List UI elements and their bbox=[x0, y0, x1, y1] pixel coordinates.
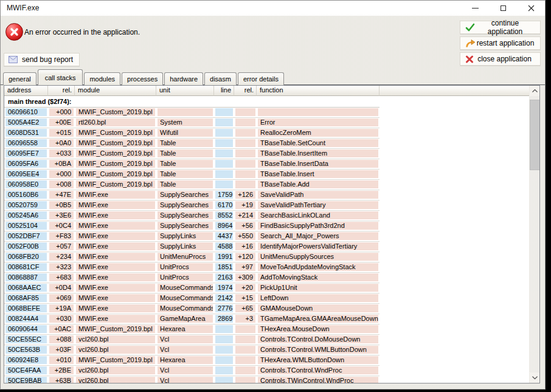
table-row[interactable]: 5005A4E2 +00E rtl260.bpl System Error bbox=[4, 118, 379, 128]
cell-line: 4588 bbox=[215, 242, 233, 250]
column-header-module[interactable]: module bbox=[75, 86, 156, 96]
send-bug-report-label: send bug report bbox=[22, 55, 73, 64]
tab-label: hardware bbox=[170, 75, 198, 83]
tab-bar: general call stacks modules processes bbox=[3, 72, 285, 85]
cell-unit: Table bbox=[158, 170, 213, 178]
tab-label: modules bbox=[89, 75, 115, 83]
maximize-button[interactable] bbox=[489, 1, 517, 16]
table-row[interactable]: 0052F00B +057 MWIF.exe SupplyLinks 4588 … bbox=[4, 242, 379, 252]
table-row[interactable]: 060958E0 +008 MWIF_Custom_2019.bpl Table… bbox=[4, 180, 379, 190]
table-row[interactable]: 060924E8 +010 MWIF_Custom_2019.bpl Hexar… bbox=[4, 356, 379, 366]
cell-function: MoveToAndUpdateMovingStack bbox=[258, 263, 378, 271]
cell-rel2: +15 bbox=[235, 294, 255, 302]
cell-line: 6170 bbox=[215, 201, 233, 209]
close-window-button[interactable] bbox=[517, 1, 545, 16]
table-row[interactable]: 008244A4 +030 MWIF.exe GameMapArea 2869 … bbox=[4, 314, 379, 325]
table-row[interactable]: 50CE9BAB +63B vcl260.bpl Vcl Controls.TW… bbox=[4, 376, 379, 383]
send-bug-report-button[interactable]: send bug report bbox=[4, 53, 80, 66]
cell-address: 0068AF85 bbox=[5, 294, 47, 302]
cell-unit: Hexarea bbox=[158, 325, 213, 333]
cell-module: MWIF.exe bbox=[76, 273, 155, 281]
cell-rel2 bbox=[235, 119, 255, 126]
table-row[interactable]: 0068AAEC +0D4 MWIF.exe MouseCommands 197… bbox=[4, 283, 379, 294]
cell-address: 00520759 bbox=[5, 201, 47, 209]
table-row[interactable]: 06096610 +000 MWIF_Custom_2019.bpl bbox=[4, 108, 379, 118]
table-row[interactable]: 00520759 +0B5 MWIF.exe SupplySearches 61… bbox=[4, 201, 379, 211]
continue-application-button[interactable]: continue application bbox=[460, 21, 541, 34]
cell-unit: MouseCommands bbox=[158, 294, 213, 302]
cell-rel: +47E bbox=[49, 191, 74, 199]
tab[interactable]: disasm bbox=[204, 72, 237, 85]
cell-address: 06095FA6 bbox=[5, 160, 47, 168]
cell-rel2 bbox=[235, 139, 255, 147]
column-header-address[interactable]: address bbox=[4, 86, 48, 96]
cell-line: 1759 bbox=[215, 191, 233, 199]
cell-rel: +19A bbox=[49, 304, 74, 312]
cell-address: 50CE4FAA bbox=[5, 366, 47, 374]
cell-unit: GameMapArea bbox=[158, 315, 213, 323]
table-row[interactable]: 06095EE4 +000 MWIF_Custom_2019.bpl Table… bbox=[4, 170, 379, 180]
close-application-button[interactable]: close application bbox=[460, 52, 541, 66]
cell-rel: +63B bbox=[49, 377, 74, 383]
table-row[interactable]: 06095FE7 +033 MWIF_Custom_2019.bpl Table… bbox=[4, 149, 379, 159]
cell-module: MWIF_Custom_2019.bpl bbox=[76, 325, 155, 333]
cell-address: 50CE9BAB bbox=[5, 377, 47, 383]
tab[interactable]: processes bbox=[122, 72, 163, 85]
check-icon bbox=[465, 23, 475, 32]
cell-rel: +010 bbox=[49, 356, 74, 364]
table-row[interactable]: 0608D531 +015 MWIF_Custom_2019.bpl Wifut… bbox=[4, 128, 379, 139]
cell-address: 0052F00B bbox=[5, 242, 47, 250]
cell-rel: +3E6 bbox=[49, 211, 74, 219]
table-row[interactable]: 50CE55EC +088 vcl260.bpl Vcl Controls.TC… bbox=[4, 335, 379, 345]
vertical-scrollbar[interactable] bbox=[529, 86, 539, 383]
table-row[interactable]: 0068AF85 +069 MWIF.exe MouseCommands 214… bbox=[4, 294, 379, 304]
cell-unit: SupplyLinks bbox=[158, 232, 213, 240]
table-row[interactable]: 00525104 +0C4 MWIF.exe SupplySearches 89… bbox=[4, 221, 379, 232]
table-row[interactable]: 50CE4FAA +2BE vcl260.bpl Vcl Controls.TC… bbox=[4, 366, 379, 376]
column-header-function[interactable]: function bbox=[257, 86, 379, 96]
table-row[interactable]: 06096558 +0A0 MWIF_Custom_2019.bpl Table… bbox=[4, 139, 379, 149]
column-header-unit[interactable]: unit bbox=[156, 86, 214, 96]
scroll-down-button[interactable] bbox=[530, 373, 540, 383]
cell-module: MWIF_Custom_2019.bpl bbox=[76, 160, 155, 168]
grid-header-row: address rel. module unit line rel. funct… bbox=[4, 86, 539, 96]
call-stack-grid: address rel. module unit line rel. funct… bbox=[4, 85, 540, 383]
column-header-rel[interactable]: rel. bbox=[48, 86, 75, 96]
scroll-up-button[interactable] bbox=[530, 86, 540, 96]
cell-module: vcl260.bpl bbox=[76, 346, 155, 354]
tab[interactable]: modules bbox=[84, 72, 120, 85]
cell-address: 0068AAEC bbox=[5, 284, 47, 292]
cell-rel2: +309 bbox=[235, 273, 255, 281]
tab[interactable]: call stacks bbox=[38, 69, 83, 85]
scrollbar-thumb[interactable] bbox=[530, 100, 540, 170]
table-row[interactable]: 005160B6 +47E MWIF.exe SupplySearches 17… bbox=[4, 190, 379, 201]
restart-application-button[interactable]: restart application bbox=[460, 36, 541, 50]
table-row[interactable]: 06090644 +0AC MWIF_Custom_2019.bpl Hexar… bbox=[4, 325, 379, 335]
table-row[interactable]: 0068BEFE +19A MWIF.exe MouseCommands 277… bbox=[4, 304, 379, 314]
error-x-glyph bbox=[10, 27, 19, 36]
column-header-rel2[interactable]: rel. bbox=[234, 86, 257, 96]
table-row[interactable]: 06095FA6 +0BA MWIF_Custom_2019.bpl Table… bbox=[4, 159, 379, 170]
column-header-line[interactable]: line bbox=[214, 86, 234, 96]
titlebar: MWIF.exe bbox=[1, 1, 545, 16]
tab[interactable]: general bbox=[3, 72, 36, 85]
cell-rel: +0A0 bbox=[49, 139, 74, 147]
table-row[interactable]: 0068FB20 +234 MWIF.exe UnitMenuProcs 199… bbox=[4, 252, 379, 263]
cell-rel2: +126 bbox=[235, 191, 255, 199]
tab[interactable]: hardware bbox=[164, 72, 203, 85]
cell-function: ReallocZeroMem bbox=[258, 129, 378, 137]
cell-module: vcl260.bpl bbox=[76, 377, 155, 383]
minimize-icon bbox=[472, 8, 479, 9]
cell-rel: +069 bbox=[49, 294, 74, 302]
table-row[interactable]: 005245A6 +3E6 MWIF.exe SupplySearches 85… bbox=[4, 211, 379, 221]
cell-rel: +0B5 bbox=[49, 201, 74, 209]
table-row[interactable]: 50CE563B +03F vcl260.bpl Vcl Controls.TC… bbox=[4, 345, 379, 356]
table-row[interactable]: 0052DBF7 +F83 MWIF.exe SupplyLinks 4437 … bbox=[4, 232, 379, 242]
cell-module: vcl260.bpl bbox=[76, 335, 155, 343]
close-icon bbox=[528, 5, 535, 12]
tab[interactable]: error details bbox=[238, 72, 284, 85]
cell-rel: +0D4 bbox=[49, 284, 74, 292]
minimize-button[interactable] bbox=[461, 1, 489, 16]
table-row[interactable]: 00868887 +683 MWIF.exe UnitProcs 2163 +3… bbox=[4, 273, 379, 283]
table-row[interactable]: 008681CF +323 MWIF.exe UnitProcs 1851 +9… bbox=[4, 263, 379, 273]
